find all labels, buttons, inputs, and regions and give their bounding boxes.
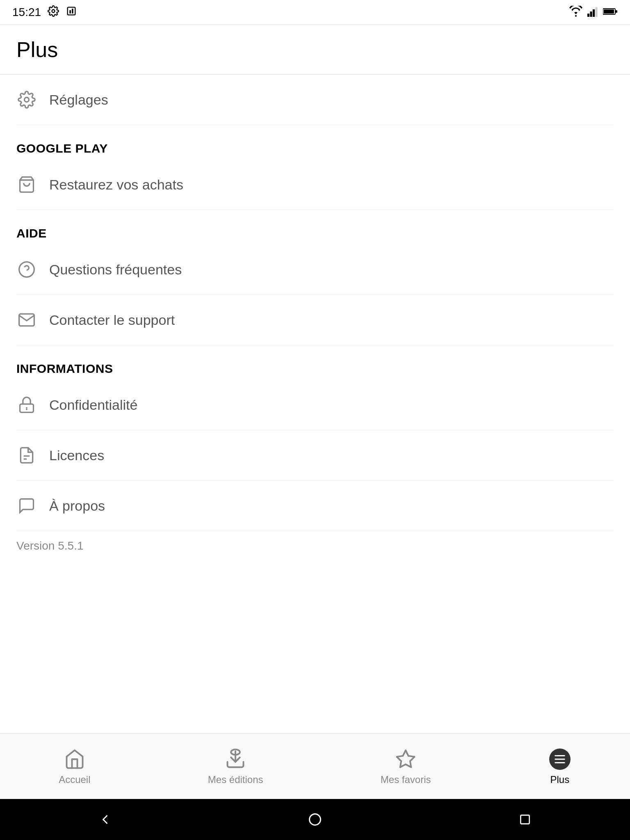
- comment-icon: [16, 495, 37, 516]
- status-bar: 15:21: [0, 0, 630, 25]
- mes-favoris-label: Mes favoris: [381, 774, 431, 785]
- menu-item-support[interactable]: Contacter le support: [16, 295, 614, 345]
- licences-label: Licences: [49, 447, 104, 463]
- menu-item-licences[interactable]: Licences: [16, 430, 614, 481]
- plus-label: Plus: [550, 774, 570, 785]
- bottom-nav: Accueil Mes éditions Mes favoris: [0, 733, 630, 799]
- svg-point-4: [575, 15, 577, 17]
- status-bar-right: [569, 6, 618, 19]
- bag-icon: [16, 174, 37, 195]
- section-header-informations: INFORMATIONS: [16, 362, 614, 376]
- svg-rect-5: [587, 14, 589, 17]
- android-nav-bar: [0, 799, 630, 840]
- home-icon: [63, 748, 86, 771]
- svg-rect-2: [69, 10, 71, 14]
- svg-rect-7: [593, 9, 595, 17]
- nav-item-mes-favoris[interactable]: Mes favoris: [368, 744, 443, 790]
- signal-icon: [587, 6, 598, 19]
- battery-icon: [603, 6, 618, 19]
- svg-marker-23: [397, 750, 415, 767]
- menu-circle-icon: [548, 748, 571, 771]
- wifi-icon: [569, 6, 582, 19]
- page-title: Plus: [16, 37, 614, 62]
- apropos-label: À propos: [49, 498, 105, 514]
- restaurer-label: Restaurez vos achats: [49, 177, 183, 193]
- menu-item-reglages[interactable]: Réglages: [16, 75, 614, 125]
- back-button[interactable]: [95, 809, 115, 830]
- menu-item-apropos[interactable]: À propos: [16, 481, 614, 531]
- svg-rect-1: [68, 7, 75, 15]
- gear-icon: [16, 89, 37, 110]
- svg-point-14: [19, 262, 34, 277]
- document-icon: [16, 445, 37, 466]
- question-icon: [16, 259, 37, 280]
- nav-item-accueil[interactable]: Accueil: [46, 744, 103, 790]
- confidentialite-label: Confidentialité: [49, 397, 137, 413]
- menu-item-restaurer[interactable]: Restaurez vos achats: [16, 160, 614, 210]
- accueil-label: Accueil: [59, 774, 90, 785]
- version-text: Version 5.5.1: [16, 531, 614, 561]
- svg-point-27: [310, 814, 321, 825]
- section-header-google-play: GOOGLE PLAY: [16, 142, 614, 155]
- status-time: 15:21: [12, 6, 41, 19]
- svg-point-0: [52, 10, 55, 13]
- settings-status-icon: [48, 5, 59, 19]
- svg-rect-28: [520, 815, 529, 824]
- reglages-label: Réglages: [49, 92, 108, 108]
- download-icon: [224, 748, 247, 771]
- envelope-icon: [16, 310, 37, 330]
- lock-icon: [16, 395, 37, 415]
- svg-point-12: [25, 98, 29, 102]
- menu-item-faq[interactable]: Questions fréquentes: [16, 244, 614, 295]
- status-bar-left: 15:21: [12, 5, 77, 19]
- svg-point-17: [26, 407, 27, 409]
- menu-item-confidentialite[interactable]: Confidentialité: [16, 380, 614, 430]
- mes-editions-label: Mes éditions: [208, 774, 263, 785]
- recents-button[interactable]: [515, 809, 535, 830]
- main-content: Plus Réglages GOOGLE PLAY Restaurez vos …: [0, 25, 630, 733]
- faq-label: Questions fréquentes: [49, 262, 182, 278]
- home-button[interactable]: [305, 809, 325, 830]
- star-icon: [394, 748, 417, 771]
- svg-rect-3: [72, 9, 73, 14]
- svg-rect-6: [590, 11, 592, 17]
- svg-rect-8: [596, 7, 598, 17]
- nav-item-mes-editions[interactable]: Mes éditions: [196, 744, 276, 790]
- nav-item-plus[interactable]: Plus: [536, 744, 584, 790]
- section-header-aide: AIDE: [16, 226, 614, 240]
- svg-rect-11: [616, 10, 617, 13]
- support-label: Contacter le support: [49, 312, 175, 328]
- svg-rect-10: [604, 9, 614, 14]
- sim-status-icon: [66, 5, 77, 19]
